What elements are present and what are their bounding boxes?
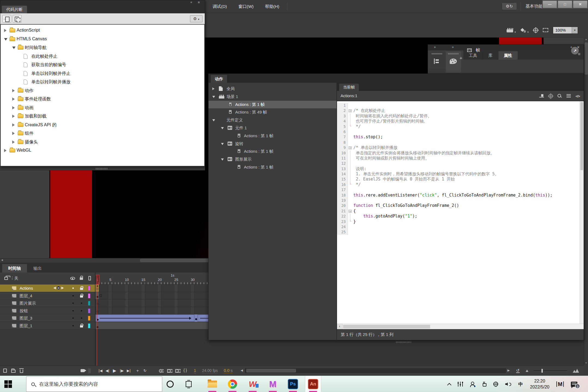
layer-outline-color[interactable] <box>88 308 90 313</box>
new-layer-icon[interactable] <box>3 369 7 373</box>
options-button[interactable]: ⚙ ▾ <box>190 15 203 22</box>
onion-skin-icon[interactable] <box>159 369 164 373</box>
script-nav-item[interactable]: Actions : 第 1 帧 <box>209 101 336 109</box>
code-area[interactable]: 12/* 在此帧处停止3 时间轴将在插入此代码的帧处停止/暂停。4 也可用于停止… <box>337 101 584 324</box>
start-button[interactable] <box>4 380 12 388</box>
tray-account-icon[interactable] <box>470 382 475 387</box>
layer-visibility-dot[interactable] <box>72 325 74 326</box>
code-line[interactable]: 19 <box>337 198 580 203</box>
tab-actions[interactable]: 动作 <box>211 75 227 83</box>
plus-icon[interactable]: + <box>460 56 463 61</box>
find-icon[interactable] <box>558 94 562 98</box>
collapse-arrow-icon[interactable] <box>212 119 215 121</box>
tray-expand-icon[interactable] <box>447 383 452 387</box>
layer-lock-icon[interactable] <box>80 288 83 290</box>
taskbar-clock[interactable]: 22:20 2022/5/20 <box>530 378 549 390</box>
collapse-arrow-icon[interactable] <box>221 158 224 161</box>
collapse-icon[interactable]: « <box>190 0 192 4</box>
script-nav-item[interactable]: 全局 <box>209 85 336 93</box>
tab-current-frame[interactable]: 当前帧 <box>339 84 359 91</box>
snippet-item[interactable]: 单击以转到帧并播放 <box>1 78 204 87</box>
collapse-arrow-icon[interactable] <box>4 38 7 41</box>
code-line[interactable]: 23└} <box>337 219 580 224</box>
taskbar-chrome[interactable] <box>224 376 241 392</box>
layer-row[interactable]: 图层_4 <box>0 292 95 300</box>
snippet-folder[interactable]: 动作 <box>1 87 204 95</box>
notification-center-icon[interactable]: 3 <box>571 382 577 387</box>
layer-row[interactable]: 图层_1 <box>0 322 95 330</box>
script-nav-item[interactable]: 元件 1 <box>209 124 336 132</box>
script-nav-item[interactable]: Actions : 第 49 帧 <box>209 108 336 116</box>
layer-row[interactable]: 图层_3 <box>0 314 95 322</box>
code-line[interactable]: 3 时间轴将在插入此代码的帧处停止/暂停。 <box>337 114 580 119</box>
expand-arrow-icon[interactable] <box>12 115 15 118</box>
color-panel-button[interactable] <box>446 51 461 73</box>
zoom-value[interactable]: 100% <box>553 27 572 33</box>
frames-scrollbar[interactable] <box>245 368 506 373</box>
layer-visibility-dot[interactable] <box>72 302 74 304</box>
step-forward-button[interactable]: |▶ <box>118 369 125 373</box>
layer-visibility-dot[interactable] <box>72 295 74 296</box>
collapse-arrow-icon[interactable] <box>212 96 215 98</box>
panel-menu-icon[interactable]: ≡ <box>198 0 200 4</box>
tab-library[interactable]: 库 <box>483 51 498 60</box>
code-line[interactable]: 16└ */ <box>337 182 580 187</box>
menu-item[interactable]: 窗口(W) <box>233 4 259 10</box>
code-line[interactable]: 17 <box>337 187 580 192</box>
expand-arrow-icon[interactable] <box>12 97 15 101</box>
tab-code-snippets[interactable]: 代码片断 <box>2 6 27 13</box>
expand-icon[interactable]: » <box>452 45 454 49</box>
edit-scene-icon[interactable] <box>507 28 513 32</box>
insert-marker-icon[interactable]: + <box>136 369 139 373</box>
slider-handle[interactable] <box>541 369 543 373</box>
expand-arrow-icon[interactable] <box>12 123 15 127</box>
menu-item[interactable]: 帮助(H) <box>259 4 285 10</box>
layer-lock-dot[interactable] <box>81 317 82 319</box>
close-button[interactable]: ✕ <box>573 1 587 8</box>
m-tray-logo[interactable]: M <box>556 381 564 387</box>
zoom-dropdown-icon[interactable]: ▾ <box>572 27 578 33</box>
pin-script-icon[interactable] <box>541 94 544 98</box>
code-line[interactable]: 20function fl_ClickToGoToAndPlayFromFram… <box>337 203 580 208</box>
show-hide-all-layers-icon[interactable] <box>70 277 75 280</box>
script-nav-item[interactable]: Actions : 第 1 帧 <box>209 163 336 171</box>
taskbar-wps[interactable]: W <box>244 376 261 392</box>
scroll-down-icon[interactable]: ▼ <box>585 362 587 364</box>
scrollbar-thumb[interactable] <box>343 325 430 329</box>
maximize-button[interactable]: □ <box>558 1 572 8</box>
step-back-button[interactable]: ◀| <box>104 369 111 373</box>
tab-properties[interactable]: 属性 <box>498 51 518 60</box>
workspace-gear-button[interactable]: ⚙↻ <box>502 2 517 10</box>
code-line[interactable]: 2/* 在此帧处停止 <box>337 108 580 113</box>
script-nav-item[interactable]: 图形展示 <box>209 155 336 163</box>
copy-to-clipboard-button[interactable] <box>13 15 22 23</box>
delete-layer-icon[interactable] <box>20 369 23 373</box>
code-line[interactable]: 18this.rere.addEventListener("click", fl… <box>337 193 580 198</box>
layer-row[interactable]: 按钮 <box>0 307 95 315</box>
layer-visibility-dot[interactable] <box>72 310 74 311</box>
layer-lock-dot[interactable] <box>81 302 82 304</box>
snippet-folder[interactable]: WebGL <box>1 146 204 155</box>
tray-network-icon[interactable] <box>493 382 498 387</box>
layer-outline-color[interactable] <box>88 301 90 306</box>
layer-outline-color[interactable] <box>88 293 90 298</box>
clip-content-icon[interactable] <box>543 28 548 32</box>
code-line[interactable]: 14 1. 单击元件实例时，用希望播放头移动到的帧编号替换以下代码中的数字 5。 <box>337 171 580 177</box>
expand-arrow-icon[interactable] <box>12 132 15 135</box>
ime-indicator[interactable]: 中 <box>518 381 523 387</box>
drag-grip[interactable] <box>448 53 459 54</box>
code-line[interactable]: 5└ */ <box>337 124 580 129</box>
word-wrap-icon[interactable] <box>566 94 571 98</box>
code-line[interactable]: 4 也可用于停止/暂停影片剪辑的时间轴。 <box>337 119 580 124</box>
snippet-folder[interactable]: 加载和卸载 <box>1 112 204 121</box>
collapse-arrow-icon[interactable] <box>221 127 224 129</box>
snippet-item[interactable]: 单击以转到帧并停止 <box>1 69 204 78</box>
code-line[interactable]: 24 <box>337 224 580 229</box>
insert-keyframe-icon[interactable] <box>57 286 60 290</box>
swap-target-icon[interactable]: ↗ <box>571 47 579 54</box>
outline-all-layers-icon[interactable] <box>88 276 91 280</box>
snippet-item[interactable]: 获取当前的帧编号 <box>1 61 204 69</box>
snippet-folder[interactable]: 组件 <box>1 129 204 138</box>
layer-row[interactable]: 图片展示 <box>0 299 95 307</box>
footer-grip[interactable] <box>88 368 90 373</box>
